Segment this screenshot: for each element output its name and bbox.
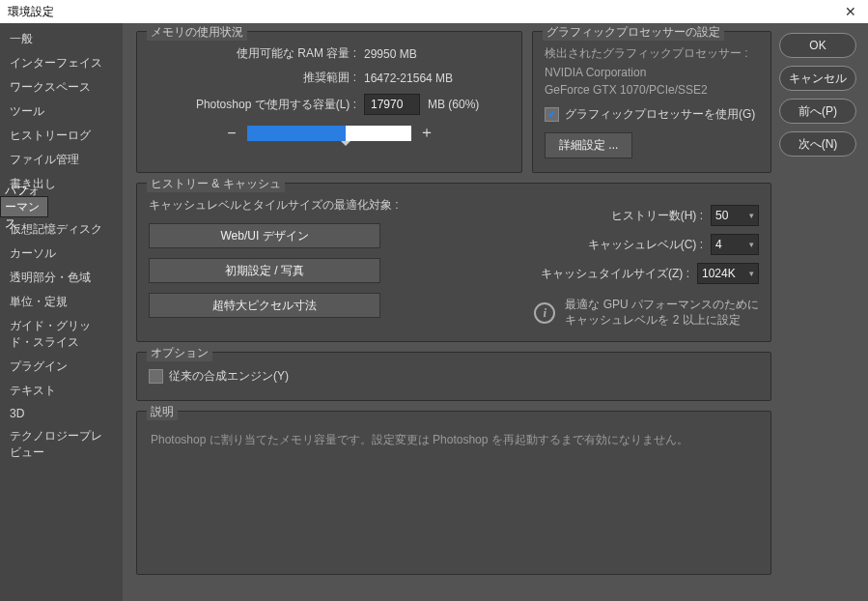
history-states-select[interactable]: 50▾: [711, 205, 759, 226]
sidebar-item[interactable]: パフォーマンス: [0, 196, 48, 217]
sidebar-item[interactable]: カーソル: [0, 242, 123, 266]
sidebar-item[interactable]: 単位・定規: [0, 290, 123, 314]
prev-button[interactable]: 前へ(P): [779, 99, 856, 124]
chevron-down-icon: ▾: [749, 240, 754, 249]
description-title: 説明: [147, 404, 178, 420]
options-title: オプション: [147, 345, 212, 361]
sidebar-item[interactable]: テクノロジープレビュー: [0, 424, 123, 465]
dialog-title: 環境設定: [8, 4, 54, 20]
photoshop-usage-suffix: MB (60%): [428, 98, 479, 111]
sidebar-item[interactable]: ファイル管理: [0, 148, 123, 172]
sidebar-item[interactable]: 3D: [0, 403, 123, 424]
gpu-advanced-button[interactable]: 詳細設定 ...: [545, 132, 632, 158]
preset-web-button[interactable]: Web/UI デザイン: [149, 223, 380, 248]
memory-slider[interactable]: [247, 126, 411, 141]
cancel-button[interactable]: キャンセル: [779, 66, 856, 91]
sidebar-item[interactable]: 透明部分・色域: [0, 266, 123, 290]
sidebar-item[interactable]: 一般: [0, 27, 123, 51]
cache-levels-label: キャッシュレベル(C) :: [588, 237, 703, 253]
sidebar-item[interactable]: 仮想記憶ディスク: [0, 217, 123, 242]
memory-title: メモリの使用状況: [147, 24, 247, 41]
optimize-for-label: キャッシュレベルとタイルサイズの最適化対象 :: [149, 197, 399, 214]
preset-default-button[interactable]: 初期設定 / 写真: [149, 258, 380, 283]
use-gpu-checkbox[interactable]: ✔: [545, 107, 559, 122]
legacy-compositing-label: 従来の合成エンジン(Y): [169, 368, 289, 385]
cache-tile-size-label: キャッシュタイルサイズ(Z) :: [541, 266, 689, 282]
history-states-label: ヒストリー数(H) :: [611, 208, 703, 224]
gpu-vendor: NVIDIA Corporation: [545, 66, 759, 79]
photoshop-usage-label: Photoshop で使用する容量(L) :: [149, 97, 356, 113]
detected-gpu-label: 検出されたグラフィックプロセッサー :: [545, 45, 759, 62]
slider-decrease-icon[interactable]: −: [224, 125, 239, 142]
sidebar-item[interactable]: ワークスペース: [0, 75, 123, 100]
slider-increase-icon[interactable]: ＋: [419, 123, 434, 143]
info-icon: i: [534, 302, 555, 324]
sidebar-item[interactable]: プラグイン: [0, 355, 123, 379]
photoshop-usage-input[interactable]: [364, 94, 420, 115]
cache-tile-size-select[interactable]: 1024K▾: [697, 263, 759, 284]
memory-usage-group: メモリの使用状況 使用可能な RAM 容量 : 29950 MB 推奨範囲 : …: [136, 31, 522, 173]
recommended-range-value: 16472-21564 MB: [364, 72, 453, 85]
history-cache-group: ヒストリー & キャッシュ キャッシュレベルとタイルサイズの最適化対象 : We…: [136, 183, 771, 342]
close-icon[interactable]: ✕: [841, 4, 860, 19]
slider-handle-icon[interactable]: [341, 141, 350, 151]
content-pane: メモリの使用状況 使用可能な RAM 容量 : 29950 MB 推奨範囲 : …: [123, 23, 779, 601]
next-button[interactable]: 次へ(N): [779, 131, 856, 157]
chevron-down-icon: ▾: [749, 269, 754, 278]
info-text: 最適な GPU パフォーマンスのためにキャッシュレベルを 2 以上に設定: [565, 298, 759, 328]
description-text: Photoshop に割り当てたメモリ容量です。設定変更は Photoshop …: [149, 425, 759, 454]
sidebar-item[interactable]: ヒストリーログ: [0, 124, 123, 148]
history-title: ヒストリー & キャッシュ: [147, 176, 285, 192]
description-group: 説明 Photoshop に割り当てたメモリ容量です。設定変更は Photosh…: [136, 411, 771, 575]
available-ram-value: 29950 MB: [364, 47, 417, 61]
title-bar: 環境設定 ✕: [0, 0, 868, 23]
sidebar-item[interactable]: インターフェイス: [0, 51, 123, 75]
preset-huge-button[interactable]: 超特大ピクセル寸法: [149, 293, 380, 318]
options-group: オプション 従来の合成エンジン(Y): [136, 352, 771, 401]
dialog-buttons: OK キャンセル 前へ(P) 次へ(N): [779, 23, 868, 601]
chevron-down-icon: ▾: [749, 211, 754, 220]
ok-button[interactable]: OK: [779, 33, 856, 58]
gpu-title: グラフィックプロセッサーの設定: [543, 24, 724, 41]
gpu-settings-group: グラフィックプロセッサーの設定 検出されたグラフィックプロセッサー : NVID…: [532, 31, 771, 173]
sidebar-item[interactable]: ツール: [0, 100, 123, 124]
use-gpu-label: グラフィックプロセッサーを使用(G): [565, 106, 755, 123]
available-ram-label: 使用可能な RAM 容量 :: [149, 45, 356, 62]
cache-levels-select[interactable]: 4▾: [711, 234, 759, 255]
recommended-range-label: 推奨範囲 :: [149, 70, 356, 86]
sidebar-item[interactable]: ガイド・グリッド・スライス: [0, 314, 123, 355]
legacy-compositing-checkbox[interactable]: [149, 369, 163, 384]
gpu-card: GeForce GTX 1070/PCIe/SSE2: [545, 83, 759, 97]
sidebar-item[interactable]: テキスト: [0, 379, 123, 403]
sidebar: 一般インターフェイスワークスペースツールヒストリーログファイル管理書き出しパフォ…: [0, 23, 123, 601]
